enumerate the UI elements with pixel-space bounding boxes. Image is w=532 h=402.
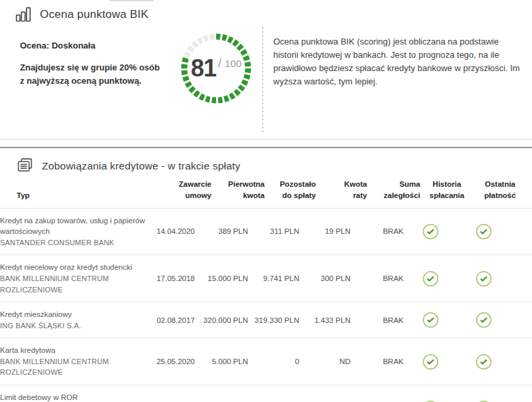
original-amount: 320.000 PLN xyxy=(195,316,248,324)
check-icon xyxy=(457,353,510,370)
section-title: Zobowiązania kredytowe - w trakcie spłat… xyxy=(42,160,241,172)
credit-type: Kredyt niecelowy oraz kredyt studencki xyxy=(0,262,145,273)
score-max: / 100 xyxy=(218,56,241,70)
contract-date: 14.04.2020 xyxy=(145,227,195,235)
table-row: Karta kredytowa BANK MILLENNIUM CENTRUM … xyxy=(0,338,532,385)
check-icon xyxy=(457,312,510,328)
arrears-value: BRAK xyxy=(350,274,404,282)
installment-amount: 1.433 PLN xyxy=(299,316,350,324)
remaining-amount: 9.741 PLN xyxy=(248,274,299,282)
col-ostatnia-platnosc: Ostatnia płatność xyxy=(473,179,527,202)
rating-label: Ocena: Doskonała xyxy=(20,41,176,50)
contract-date: 25.05.2020 xyxy=(145,357,195,365)
col-kwota-raty: Kwota raty xyxy=(316,179,367,202)
installment-amount: ND xyxy=(299,357,350,365)
cropped-element-remnant xyxy=(110,0,154,1)
contract-date: 02.08.2017 xyxy=(145,316,195,324)
list-icon xyxy=(16,157,34,175)
table-header: Typ Zawarcie umowy Pierwotna kwota Pozos… xyxy=(0,175,532,209)
col-typ: Typ xyxy=(17,190,162,201)
col-pozostalo-do-splaty: Pozostało do spłaty xyxy=(265,179,316,202)
credit-type: Limit debetowy w ROR xyxy=(0,392,145,402)
contract-date: 17.05.2018 xyxy=(145,274,195,282)
dotted-divider xyxy=(262,27,263,132)
original-amount: 5.000 PLN xyxy=(195,357,248,365)
page-title: Ocena punktowa BIK xyxy=(40,8,148,21)
table-row: Kredyt na zakup towarów, usług i papieró… xyxy=(0,209,532,256)
bank-name: BANK MILLENNIUM CENTRUM ROZLICZENIOWE xyxy=(0,273,145,295)
remaining-amount: 311 PLN xyxy=(248,227,299,235)
remaining-amount: 0 xyxy=(248,357,299,365)
arrears-value: BRAK xyxy=(350,357,404,365)
bank-name: BANK MILLENNIUM CENTRUM ROZLICZENIOWE xyxy=(0,356,145,378)
liabilities-section: Zobowiązania kredytowe - w trakcie spłat… xyxy=(0,147,532,402)
col-historia-splacania: Historia spłacania xyxy=(420,179,473,202)
installment-amount: 300 PLN xyxy=(299,274,350,282)
score-gauge: 81 / 100 xyxy=(176,29,256,108)
bank-name: SANTANDER CONSUMER BANK xyxy=(0,237,145,249)
group-note: Znajdujesz się w grupie 20% osób z najwy… xyxy=(20,61,176,88)
score-section: Ocena punktowa BIK Ocena: Doskonała Znaj… xyxy=(0,0,532,140)
col-suma-zaleglosci: Suma zaległości xyxy=(367,179,420,202)
check-icon xyxy=(457,270,510,287)
score-description: Ocena punktowa BIK (scoring) jest oblicz… xyxy=(273,35,525,132)
col-zawarcie-umowy: Zawarcie umowy xyxy=(162,179,211,202)
table-row: Kredyt niecelowy oraz kredyt studencki B… xyxy=(0,255,532,302)
arrears-value: BRAK xyxy=(350,227,404,235)
check-icon xyxy=(404,353,457,370)
table-row: Kredyt mieszkaniowy ING BANK ŚLĄSKI S.A.… xyxy=(0,302,532,338)
original-amount: 15.000 PLN xyxy=(195,274,248,282)
installment-amount: 19 PLN xyxy=(299,227,350,235)
credit-type: Kredyt na zakup towarów, usług i papieró… xyxy=(0,215,145,237)
check-icon xyxy=(404,270,457,287)
check-icon xyxy=(404,312,457,328)
table-row: Limit debetowy w ROR BANK MILLENNIUM CEN… xyxy=(0,385,532,402)
check-icon xyxy=(457,223,510,240)
credit-type: Kredyt mieszkaniowy xyxy=(0,309,145,320)
credit-type: Karta kredytowa xyxy=(0,345,145,356)
check-icon xyxy=(404,223,457,240)
bar-chart-icon xyxy=(15,6,32,23)
arrears-value: BRAK xyxy=(350,316,404,324)
original-amount: 389 PLN xyxy=(195,227,248,235)
remaining-amount: 319.330 PLN xyxy=(248,316,299,324)
col-pierwotna-kwota: Pierwotna kwota xyxy=(211,179,265,202)
score-value: 81 xyxy=(191,54,216,82)
bank-name: ING BANK ŚLĄSKI S.A. xyxy=(0,320,145,332)
